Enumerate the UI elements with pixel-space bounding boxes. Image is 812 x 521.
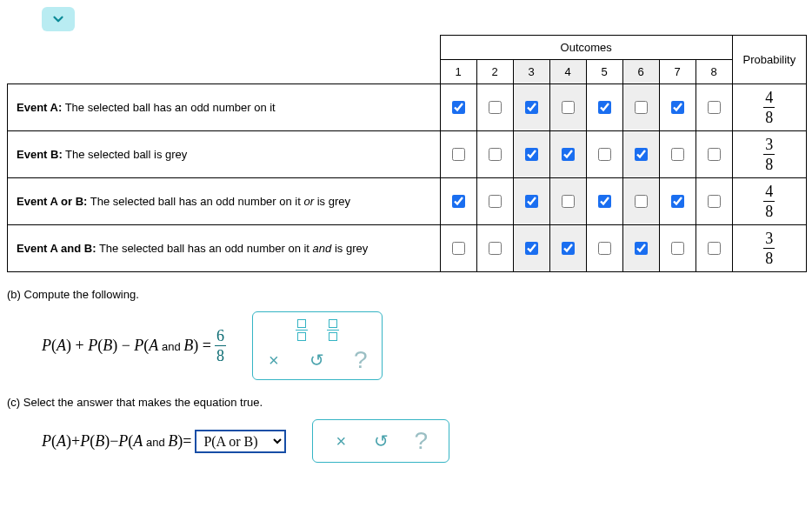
outcome-checkbox[interactable] <box>598 101 611 114</box>
outcome-checkbox[interactable] <box>452 101 465 114</box>
help-button[interactable]: ? <box>409 429 433 453</box>
part-b-label: (b) Compute the following. <box>7 288 805 301</box>
outcome-checkbox[interactable] <box>525 242 538 255</box>
clear-button[interactable]: × <box>262 348 286 372</box>
outcome-checkbox[interactable] <box>489 242 502 255</box>
outcome-checkbox[interactable] <box>635 101 648 114</box>
help-button[interactable]: ? <box>349 348 373 372</box>
probability-value: 38 <box>732 131 806 178</box>
outcome-col-8: 8 <box>696 60 732 84</box>
outcome-col-4: 4 <box>549 60 586 84</box>
probability-header: Probability <box>732 36 806 84</box>
event-label: Event A: The selected ball has an odd nu… <box>8 84 441 131</box>
outcome-checkbox[interactable] <box>598 242 611 255</box>
part-b-toolbox: × ↺ ? <box>252 311 383 380</box>
undo-button[interactable]: ↺ <box>369 429 393 453</box>
outcome-checkbox[interactable] <box>671 195 684 208</box>
event-label: Event A or B: The selected ball has an o… <box>8 178 441 225</box>
outcome-checkbox[interactable] <box>598 195 611 208</box>
outcome-checkbox[interactable] <box>635 195 648 208</box>
outcome-checkbox[interactable] <box>489 195 502 208</box>
outcome-checkbox[interactable] <box>562 242 575 255</box>
outcome-col-6: 6 <box>622 60 659 84</box>
outcome-checkbox[interactable] <box>708 101 721 114</box>
outcome-checkbox[interactable] <box>671 148 684 161</box>
event-label: Event A and B: The selected ball has an … <box>8 225 441 272</box>
clear-button[interactable]: × <box>329 429 353 453</box>
outcome-checkbox[interactable] <box>452 242 465 255</box>
outcome-checkbox[interactable] <box>598 148 611 161</box>
outcome-col-1: 1 <box>440 60 476 84</box>
probability-value: 48 <box>732 178 806 225</box>
outcome-checkbox[interactable] <box>708 242 721 255</box>
fraction-button[interactable] <box>296 319 308 341</box>
mixed-fraction-button[interactable] <box>327 319 339 341</box>
outcome-checkbox[interactable] <box>708 195 721 208</box>
event-label: Event B: The selected ball is grey <box>8 131 441 178</box>
outcome-col-7: 7 <box>659 60 696 84</box>
part-b-answer: 6 8 <box>215 328 226 364</box>
outcome-checkbox[interactable] <box>562 195 575 208</box>
outcome-checkbox[interactable] <box>671 101 684 114</box>
outcome-checkbox[interactable] <box>635 242 648 255</box>
outcome-checkbox[interactable] <box>525 195 538 208</box>
outcome-checkbox[interactable] <box>708 148 721 161</box>
probability-value: 38 <box>732 225 806 272</box>
chevron-down-icon <box>50 11 66 27</box>
outcome-checkbox[interactable] <box>635 148 648 161</box>
outcome-checkbox[interactable] <box>562 101 575 114</box>
part-b-equation: P(A) + P(B) − P(A and B) = 6 8 <box>42 328 226 364</box>
outcome-col-5: 5 <box>586 60 622 84</box>
part-c-toolbox: × ↺ ? <box>312 419 449 463</box>
outcome-checkbox[interactable] <box>489 101 502 114</box>
part-c-select[interactable]: P(A or B)P(A and B)P(A)P(B) <box>195 430 286 453</box>
collapse-button[interactable] <box>42 7 75 31</box>
undo-button[interactable]: ↺ <box>305 348 329 372</box>
outcome-checkbox[interactable] <box>525 101 538 114</box>
outcome-checkbox[interactable] <box>452 148 465 161</box>
outcome-checkbox[interactable] <box>671 242 684 255</box>
events-table: Outcomes Probability 12345678 Event A: T… <box>7 35 807 272</box>
part-c-label: (c) Select the answer that makes the equ… <box>7 396 805 409</box>
outcome-checkbox[interactable] <box>489 148 502 161</box>
outcomes-header: Outcomes <box>440 36 732 60</box>
outcome-checkbox[interactable] <box>525 148 538 161</box>
outcome-checkbox[interactable] <box>452 195 465 208</box>
outcome-checkbox[interactable] <box>562 148 575 161</box>
part-c-equation: P(A)+P(B)−P(A and B)= P(A or B)P(A and B… <box>42 430 286 453</box>
outcome-col-3: 3 <box>513 60 549 84</box>
probability-value: 48 <box>732 84 806 131</box>
outcome-col-2: 2 <box>476 60 513 84</box>
